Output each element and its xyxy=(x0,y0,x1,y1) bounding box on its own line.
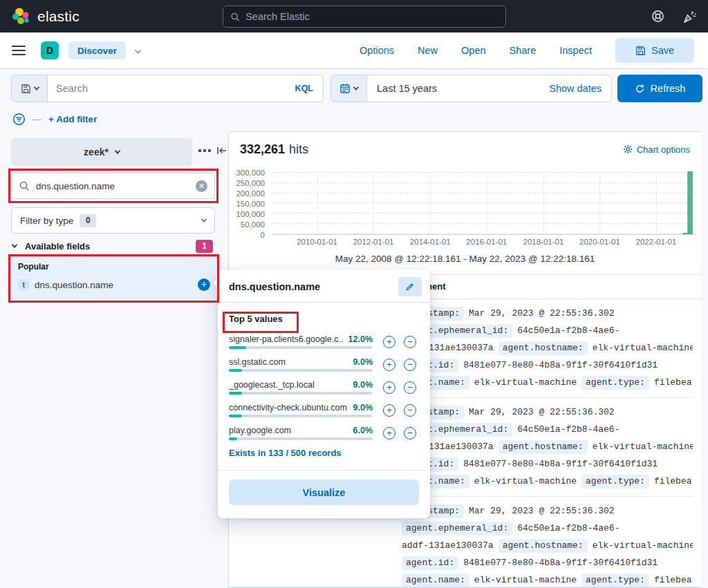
table-row[interactable]: timestamp:Mar 29, 2023 @ 22:55:36.302age… xyxy=(402,299,693,398)
open-link[interactable]: Open xyxy=(461,45,485,56)
y-gridline xyxy=(272,234,696,234)
filter-out-value-button[interactable]: − xyxy=(404,427,416,439)
x-gridline xyxy=(599,171,600,234)
gear-icon xyxy=(623,144,633,154)
field-value: elk-virtual-machine xyxy=(593,540,693,551)
visualize-button[interactable]: Visualize xyxy=(229,480,419,505)
field-value: elk-virtual-machine xyxy=(593,343,693,353)
value-percent: 9.0% xyxy=(353,380,373,390)
field-list-options-icon[interactable] xyxy=(198,149,211,152)
new-link[interactable]: New xyxy=(418,45,438,56)
date-picker-bar: Last 15 years Show dates xyxy=(330,75,612,102)
histogram-bar[interactable] xyxy=(688,171,693,234)
collapse-sidebar-icon[interactable] xyxy=(216,146,227,155)
field-item-dns-question-name[interactable]: t dns.question.name + xyxy=(18,276,210,293)
filter-for-value-button[interactable]: + xyxy=(383,404,395,417)
popular-fields-section: Popular t dns.question.name + xyxy=(11,257,216,300)
x-gridline xyxy=(543,171,544,234)
y-gridline xyxy=(272,172,696,173)
type-filter-count-badge: 0 xyxy=(80,214,96,227)
refresh-button[interactable]: Refresh xyxy=(617,75,702,102)
table-row[interactable]: timestamp:Mar 29, 2023 @ 22:55:36.302age… xyxy=(402,497,693,587)
value-label: play.google.com xyxy=(229,426,348,435)
y-tick-label: 150,000 xyxy=(236,200,265,208)
share-link[interactable]: Share xyxy=(510,45,537,56)
histogram-chart: 050,000100,000150,000200,000250,000300,0… xyxy=(236,171,697,252)
table-row[interactable]: timestamp:Mar 29, 2023 @ 22:55:36.302age… xyxy=(402,398,693,497)
save-button[interactable]: Save xyxy=(615,38,694,63)
value-bar-fill xyxy=(229,437,237,440)
data-view-selector[interactable]: zeek* xyxy=(11,138,192,166)
x-tick-label: 2018-01-01 xyxy=(523,238,564,246)
top-value-line: _googlecast._tcp.local9.0% xyxy=(229,380,373,390)
chart-plot[interactable] xyxy=(272,171,696,235)
help-icon[interactable] xyxy=(651,9,665,23)
field-search-input[interactable] xyxy=(36,181,196,191)
query-language-button[interactable]: KQL xyxy=(286,75,323,102)
top-value-row: ssl.gstatic.com9.0%+− xyxy=(229,357,419,380)
filter-out-value-button[interactable]: − xyxy=(404,381,416,394)
y-tick-label: 300,000 xyxy=(236,169,265,177)
available-fields-toggle[interactable]: Available fields 1 xyxy=(12,239,213,253)
histogram-bar[interactable] xyxy=(682,233,687,234)
field-value: Mar 29, 2023 @ 22:55:36.302 xyxy=(469,407,615,417)
inspect-link[interactable]: Inspect xyxy=(559,45,592,56)
filter-by-type-select[interactable]: Filter by type 0 xyxy=(11,207,215,234)
x-tick-label: 2010-01-01 xyxy=(297,238,337,246)
exists-in-records-link[interactable]: Exists in 133 / 500 records xyxy=(229,448,342,458)
popover-divider-2 xyxy=(218,470,430,471)
filter-out-value-button[interactable]: − xyxy=(404,336,416,348)
available-fields-count-badge: 1 xyxy=(196,240,213,253)
breadcrumb-chevron-icon[interactable] xyxy=(136,44,140,57)
saved-query-menu-button[interactable] xyxy=(12,75,48,102)
edit-field-button[interactable] xyxy=(398,277,422,296)
top-value-row: signaler-pa.clients6.google.c...12.0%+− xyxy=(229,334,419,357)
document-line: agent.ephemeral_id:64c50e1a-f2b8-4ae6- xyxy=(402,520,693,537)
date-quick-select-button[interactable] xyxy=(331,75,367,102)
field-value: filebeat xyxy=(654,476,693,486)
top-bar: elastic xyxy=(0,0,708,32)
elastic-brand[interactable]: elastic xyxy=(11,7,80,26)
breadcrumb-discover[interactable]: Discover xyxy=(68,41,126,59)
time-range-label[interactable]: Last 15 years xyxy=(367,75,539,102)
document-line: addf-131ae130037aagent.hostname:elk-virt… xyxy=(402,537,693,554)
filter-icon[interactable] xyxy=(12,113,26,126)
field-search[interactable]: ✕ xyxy=(11,173,215,199)
top-value-line: signaler-pa.clients6.google.c...12.0% xyxy=(229,334,373,344)
filter-for-value-button[interactable]: + xyxy=(383,381,395,394)
filter-out-value-button[interactable]: − xyxy=(404,404,416,417)
value-bar-fill xyxy=(229,346,246,349)
show-dates-button[interactable]: Show dates xyxy=(539,75,611,102)
field-value: Mar 29, 2023 @ 22:55:36.302 xyxy=(469,308,615,319)
add-field-button[interactable]: + xyxy=(198,278,210,291)
discover-app-icon[interactable]: D xyxy=(41,41,59,59)
query-search-input[interactable] xyxy=(56,83,277,94)
y-gridline xyxy=(272,213,696,214)
y-gridline xyxy=(272,193,696,193)
filter-for-value-button[interactable]: + xyxy=(383,336,395,348)
global-search-input[interactable] xyxy=(245,11,499,22)
global-search[interactable] xyxy=(223,6,506,28)
field-value: elk-virtual-machine xyxy=(474,575,577,585)
add-filter-button[interactable]: + Add filter xyxy=(48,114,97,124)
options-link[interactable]: Options xyxy=(360,45,394,56)
available-fields-label: Available fields xyxy=(25,241,90,252)
filter-for-value-button[interactable]: + xyxy=(383,427,395,439)
field-value: filebeat xyxy=(654,377,693,388)
filter-out-value-button[interactable]: − xyxy=(404,359,416,371)
document-line: agent.id:8481e077-8e80-4b8a-9f1f-30f6410… xyxy=(402,554,693,571)
brand-text: elastic xyxy=(37,8,80,25)
field-value: 64c50e1a-f2b8-4ae6- xyxy=(517,424,620,435)
news-feed-icon[interactable] xyxy=(682,9,697,24)
document-line: agent.name:elk-virtual-machineagent.type… xyxy=(402,571,693,587)
field-name-pill: agent.type: xyxy=(581,573,649,587)
document-line: addf-131ae130037aagent.hostname:elk-virt… xyxy=(402,438,693,455)
clear-search-icon[interactable]: ✕ xyxy=(196,180,207,192)
chart-options-button[interactable]: Chart options xyxy=(623,144,690,155)
y-tick-label: 50,000 xyxy=(241,220,265,229)
value-percent: 12.0% xyxy=(348,334,373,344)
filter-for-value-button[interactable]: + xyxy=(383,359,395,371)
chevron-down-icon xyxy=(201,216,207,222)
menu-icon[interactable] xyxy=(12,46,26,56)
elastic-logo-icon xyxy=(11,7,30,26)
